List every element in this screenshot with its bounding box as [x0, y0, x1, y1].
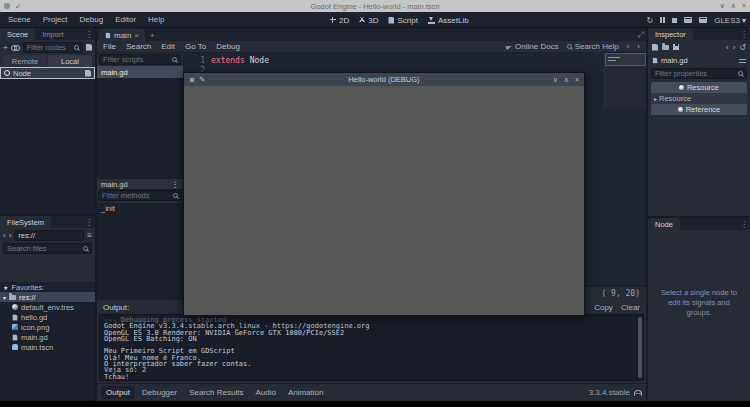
object-tools-icon[interactable] [739, 58, 746, 64]
bottom-tab-output[interactable]: Output [101, 386, 135, 399]
filesystem-panel: FileSystem res:// Search files [0, 216, 95, 401]
version-label: 3.3.4.stable [589, 388, 630, 397]
load-resource-button[interactable] [662, 45, 669, 50]
fs-path-field[interactable]: res:// [14, 230, 84, 241]
close-icon[interactable] [742, 2, 746, 10]
workspace-3d-button[interactable]: 3D [359, 16, 378, 25]
minimize-icon[interactable] [720, 2, 725, 10]
distraction-free-button[interactable] [638, 30, 644, 40]
godot-logo-icon[interactable] [634, 390, 642, 396]
fs-file-row[interactable]: hello.gd [0, 312, 95, 322]
workspace-assetlib-button[interactable]: AssetLib [428, 16, 469, 25]
tab-scene[interactable]: Scene [0, 28, 35, 40]
save-resource-button[interactable] [673, 44, 679, 50]
tab-import[interactable]: Import [35, 28, 70, 40]
play-custom-scene-button[interactable] [699, 17, 707, 23]
bottom-tab-search-results[interactable]: Search Results [184, 386, 248, 399]
clear-button[interactable]: Clear [621, 303, 640, 312]
filter-nodes-input[interactable]: Filter nodes [23, 42, 83, 53]
history-forward-button[interactable] [637, 42, 640, 51]
fs-root-row[interactable]: res:// [0, 292, 95, 302]
scene-panel-menu-icon[interactable] [85, 30, 93, 39]
debug-game-window[interactable]: Hello-world (DEBUG) [183, 72, 585, 316]
play-button[interactable] [646, 16, 653, 25]
window-titlebar[interactable]: Godot Engine - Hello-world - main.tscn [0, 0, 750, 12]
pause-button[interactable] [660, 17, 665, 23]
instance-scene-button[interactable] [11, 45, 20, 50]
inspector-forward-button[interactable] [733, 43, 736, 52]
fs-file-row[interactable]: main.tscn [0, 342, 95, 352]
copy-button[interactable]: Copy [594, 303, 613, 312]
menu-help[interactable]: Help [148, 15, 164, 24]
game-viewport[interactable] [184, 86, 584, 315]
inspector-back-button[interactable] [726, 43, 729, 52]
bottom-tab-animation[interactable]: Animation [283, 386, 329, 399]
node-panel-menu-icon[interactable] [740, 220, 748, 229]
online-docs-button[interactable]: Online Docs [506, 42, 559, 51]
window-menu-icon[interactable] [189, 77, 195, 83]
inspector-panel-menu-icon[interactable] [740, 30, 748, 39]
workspace-script-button[interactable]: Script [388, 16, 417, 25]
tab-node[interactable]: Node [648, 218, 680, 230]
new-resource-button[interactable] [652, 44, 658, 51]
output-console[interactable]: --- Debugging process started --- Godot … [99, 314, 644, 381]
tab-inspector[interactable]: Inspector [648, 28, 693, 40]
filter-methods-input[interactable]: Filter methods [98, 190, 182, 201]
inspected-object-row[interactable]: main.gd [648, 54, 750, 67]
script-item-main-gd[interactable]: main.gd [97, 66, 183, 78]
search-files-input[interactable]: Search files [3, 243, 92, 254]
attach-script-button[interactable] [86, 44, 92, 51]
open-script-icon[interactable] [85, 70, 91, 77]
fs-file-row[interactable]: icon.png [0, 322, 95, 332]
category-reference[interactable]: Reference [651, 104, 747, 115]
script-menu-file[interactable]: File [103, 42, 116, 51]
minimize-icon[interactable] [553, 76, 558, 84]
bottom-tab-debugger[interactable]: Debugger [137, 386, 182, 399]
history-back-button[interactable] [627, 42, 630, 51]
fs-display-mode-button[interactable] [87, 231, 92, 240]
tab-filesystem[interactable]: FileSystem [0, 216, 51, 228]
add-node-button[interactable] [3, 43, 8, 52]
filesystem-panel-menu-icon[interactable] [85, 218, 93, 227]
code-minimap[interactable] [604, 53, 646, 109]
close-tab-icon[interactable] [134, 31, 139, 40]
script-menu-edit[interactable]: Edit [161, 42, 175, 51]
method-item-init[interactable]: _init [97, 203, 183, 214]
local-tab[interactable]: Local [48, 55, 92, 67]
fs-forward-button[interactable] [9, 231, 12, 240]
category-resource[interactable]: Resource [651, 82, 747, 93]
object-history-button[interactable] [739, 43, 746, 52]
filter-properties-input[interactable]: Filter properties [651, 68, 747, 79]
console-scrollbar[interactable] [638, 317, 642, 378]
script-menu-debug[interactable]: Debug [216, 42, 240, 51]
script-menu-search[interactable]: Search [126, 42, 151, 51]
menu-scene[interactable]: Scene [8, 15, 31, 24]
new-tab-button[interactable] [150, 31, 155, 40]
collapse-icon[interactable] [3, 294, 6, 301]
fs-file-row[interactable]: main.gd [0, 332, 95, 342]
image-file-icon [12, 324, 18, 330]
script-menu-goto[interactable]: Go To [185, 42, 206, 51]
stop-button[interactable] [672, 18, 677, 23]
maximize-icon[interactable] [564, 76, 569, 84]
menu-editor[interactable]: Editor [115, 15, 136, 24]
section-resource[interactable]: Resource [651, 93, 747, 104]
fs-file-row[interactable]: default_env.tres [0, 302, 95, 312]
bottom-tab-audio[interactable]: Audio [250, 386, 280, 399]
script-tab-main[interactable]: main [99, 29, 145, 41]
fs-favorites-row[interactable]: Favorites: [0, 282, 95, 292]
close-icon[interactable] [575, 76, 579, 84]
maximize-icon[interactable] [731, 2, 736, 10]
menu-debug[interactable]: Debug [80, 15, 104, 24]
menu-project[interactable]: Project [43, 15, 68, 24]
scene-tree-node-row[interactable]: Node [0, 67, 95, 79]
remote-tab[interactable]: Remote [3, 55, 47, 67]
fs-back-button[interactable] [3, 231, 6, 240]
play-scene-button[interactable] [684, 17, 692, 23]
search-help-button[interactable]: Search Help [567, 42, 619, 51]
methods-menu-icon[interactable] [172, 180, 180, 189]
renderer-dropdown[interactable]: GLES3 [714, 16, 746, 25]
workspace-2d-button[interactable]: 2D [330, 16, 349, 25]
debug-window-titlebar[interactable]: Hello-world (DEBUG) [184, 73, 584, 86]
filter-scripts-input[interactable]: Filter scripts [99, 54, 181, 65]
